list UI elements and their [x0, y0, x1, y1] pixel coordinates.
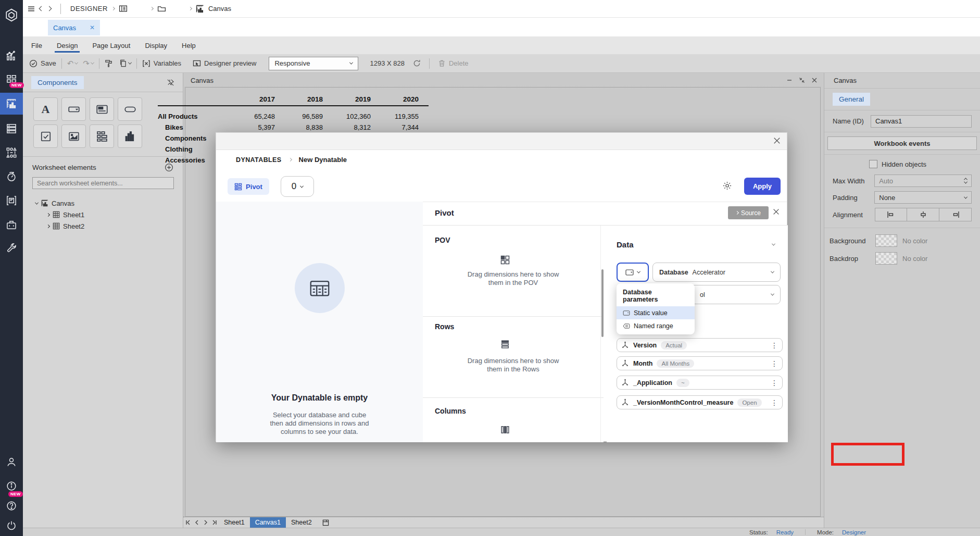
close-icon[interactable]	[809, 76, 820, 85]
parameter-row-versionmonthcontrol[interactable]: _VersionMonthControl_measure Open ⋮	[617, 395, 783, 409]
designer-preview-button[interactable]: Designer preview	[193, 59, 256, 68]
scrollbar-thumb[interactable]	[601, 269, 604, 337]
sheet-tab-canvas1[interactable]: Canvas1	[250, 517, 286, 528]
close-panel-icon[interactable]	[773, 208, 780, 215]
chevron-right-icon[interactable]	[46, 224, 50, 228]
copy-button[interactable]	[119, 59, 131, 67]
workbook-icon[interactable]	[119, 4, 128, 13]
menu-file[interactable]: File	[24, 36, 49, 54]
format-painter-icon[interactable]	[105, 59, 112, 67]
first-sheet-icon[interactable]	[183, 519, 192, 527]
chevron-right-icon[interactable]	[46, 213, 50, 216]
reports-icon[interactable]	[0, 118, 23, 140]
menu-item-named-range[interactable]: Named range	[617, 319, 695, 332]
tree-node-sheet2[interactable]: Sheet2	[35, 220, 183, 232]
responsive-select[interactable]: Responsive	[269, 57, 358, 70]
component-button[interactable]	[118, 97, 142, 121]
search-input[interactable]	[32, 177, 174, 189]
close-icon[interactable]: ✕	[90, 24, 95, 31]
rows-drop-hint[interactable]: Drag dimensions here to showthem in the …	[423, 357, 604, 373]
tab-general[interactable]: General	[833, 93, 870, 106]
kebab-menu-icon[interactable]: ⋮	[771, 379, 778, 387]
pov-drop-hint[interactable]: Drag dimensions here to showthem in the …	[423, 270, 604, 287]
sheet-tab-sheet2[interactable]: Sheet2	[286, 517, 317, 528]
new-sheet-icon[interactable]	[321, 519, 330, 527]
next-sheet-icon[interactable]	[201, 519, 210, 527]
toolbox-icon[interactable]	[0, 214, 23, 235]
zoom-level-select[interactable]: 0	[281, 176, 314, 197]
menu-design[interactable]: Design	[49, 36, 85, 54]
redo-button[interactable]: ↷	[83, 59, 94, 68]
component-chart[interactable]	[118, 124, 142, 148]
component-checkbox[interactable]	[33, 124, 58, 148]
modal-breadcrumb-root[interactable]: DYNATABLES	[236, 156, 282, 164]
sheet-tab-sheet1[interactable]: Sheet1	[219, 517, 250, 528]
unpin-icon[interactable]	[167, 79, 174, 86]
menu-help[interactable]: Help	[174, 36, 203, 54]
gear-icon[interactable]	[722, 181, 732, 191]
component-image[interactable]	[61, 124, 86, 148]
database-select[interactable]: Database Accelerator	[652, 263, 781, 282]
user-icon[interactable]	[0, 451, 23, 473]
back-icon[interactable]	[39, 6, 44, 11]
align-right-button[interactable]	[939, 208, 972, 221]
align-left-button[interactable]	[875, 208, 908, 221]
doc-tab-canvas[interactable]: Canvas ✕	[48, 20, 100, 35]
scrollbar-track[interactable]	[600, 226, 604, 442]
applications-icon[interactable]	[0, 190, 23, 211]
parameter-row-month[interactable]: Month All Months ⋮	[617, 356, 783, 370]
workbook-events-button[interactable]: Workbook events	[827, 136, 977, 150]
variables-button[interactable]: Variables	[142, 59, 181, 68]
max-width-stepper[interactable]: Auto	[874, 174, 972, 187]
tree-node-sheet1[interactable]: Sheet1	[35, 209, 183, 220]
delete-button[interactable]: Delete	[438, 59, 469, 67]
kebab-menu-icon[interactable]: ⋮	[771, 341, 778, 350]
forward-icon[interactable]	[47, 6, 52, 11]
background-swatch[interactable]	[875, 234, 897, 247]
kebab-menu-icon[interactable]: ⋮	[771, 359, 778, 368]
component-layout[interactable]	[90, 124, 114, 148]
designer-icon-active[interactable]	[0, 93, 23, 115]
parameter-row-application[interactable]: _Application ~ ⋮	[617, 376, 783, 390]
prev-sheet-icon[interactable]	[192, 519, 201, 527]
minimize-icon[interactable]	[784, 76, 795, 85]
close-icon[interactable]	[773, 137, 781, 144]
hidden-objects-checkbox[interactable]	[869, 160, 877, 168]
components-title[interactable]: Components	[31, 76, 84, 89]
name-id-input[interactable]	[871, 115, 972, 128]
analytics-icon[interactable]	[0, 45, 23, 67]
chevron-down-icon[interactable]	[35, 201, 39, 204]
shapes-icon[interactable]	[0, 142, 23, 164]
pivot-view-button[interactable]: Pivot	[228, 178, 269, 195]
source-button[interactable]: Source	[728, 206, 769, 219]
kebab-menu-icon[interactable]: ⋮	[771, 398, 778, 407]
backdrop-swatch[interactable]	[875, 252, 897, 265]
refresh-icon[interactable]	[413, 59, 421, 67]
menu-item-static-value[interactable]: Static value	[617, 306, 695, 319]
component-card[interactable]	[90, 97, 114, 121]
folder-icon[interactable]	[157, 4, 166, 13]
component-text[interactable]: A	[33, 97, 58, 121]
breadcrumb-root[interactable]: DESIGNER	[70, 5, 108, 13]
dashboards-icon[interactable]: NEW	[0, 69, 23, 91]
power-icon[interactable]	[0, 515, 23, 536]
help-icon[interactable]: NEW	[0, 495, 23, 517]
tree-node-canvas[interactable]: Canvas	[35, 197, 183, 209]
parameter-type-select[interactable]	[617, 263, 649, 282]
hamburger-icon[interactable]	[27, 5, 35, 13]
component-dropdown[interactable]	[61, 97, 86, 121]
stepper-down-icon[interactable]	[964, 180, 968, 184]
undo-button[interactable]: ↶	[67, 59, 78, 68]
parameter-row-version[interactable]: Version Actual ⋮	[617, 338, 783, 352]
align-center-button[interactable]	[907, 208, 939, 221]
menu-page-layout[interactable]: Page Layout	[85, 36, 137, 54]
collapse-data-icon[interactable]	[772, 242, 775, 246]
menu-display[interactable]: Display	[137, 36, 174, 54]
apply-button[interactable]: Apply	[744, 178, 781, 195]
save-button[interactable]: Save	[29, 59, 56, 68]
tools-icon[interactable]	[0, 238, 23, 259]
padding-select[interactable]: None	[874, 191, 972, 204]
restore-icon[interactable]	[797, 76, 807, 85]
scheduler-icon[interactable]	[0, 166, 23, 188]
last-sheet-icon[interactable]	[210, 519, 219, 527]
